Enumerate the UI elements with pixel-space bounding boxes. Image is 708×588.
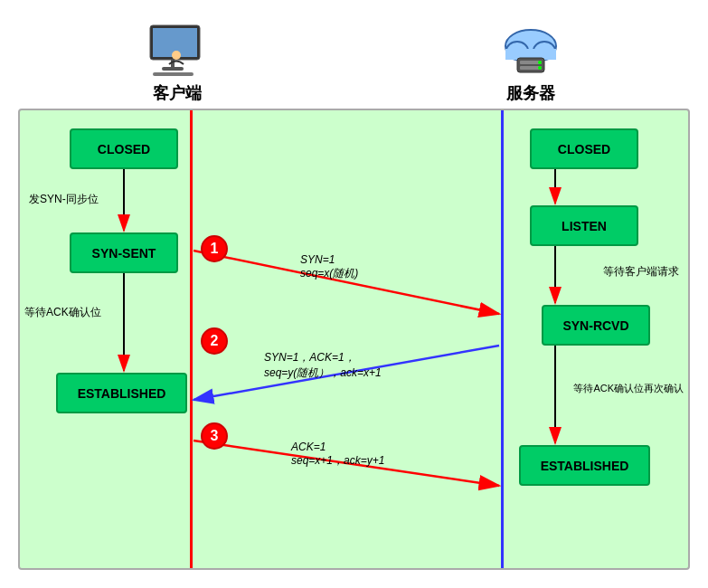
svg-point-13 <box>538 61 542 64</box>
svg-point-14 <box>538 66 542 70</box>
label-send-syn: 发SYN-同步位 <box>29 192 99 207</box>
arrow3-label: ACK=1 seq=x+1，ack=y+1 <box>291 441 384 469</box>
label-wait-ack2: 等待ACK确认位再次确认 <box>573 382 684 395</box>
server-vertical-line <box>501 110 504 568</box>
client-computer-icon <box>146 24 209 78</box>
header-area: 客户端 服务器 <box>0 0 708 109</box>
main-container: 客户端 服务器 <box>0 0 708 588</box>
label-wait-ack: 等待ACK确认位 <box>24 305 101 320</box>
client-header: 客户端 <box>146 24 209 104</box>
state-established-left: ESTABLISHED <box>56 373 187 413</box>
state-established-right: ESTABLISHED <box>519 445 650 486</box>
arrow1-label: SYN=1 seq=x(随机) <box>300 253 358 281</box>
label-wait-client: 等待客户端请求 <box>603 264 679 280</box>
svg-rect-10 <box>517 58 544 72</box>
state-closed-right: CLOSED <box>530 128 638 169</box>
svg-point-5 <box>172 51 181 60</box>
circle-3: 3 <box>201 422 228 450</box>
state-closed-left: CLOSED <box>70 128 178 169</box>
server-computer-icon <box>499 24 562 78</box>
server-label: 服务器 <box>506 82 555 104</box>
state-syn-rcvd: SYN-RCVD <box>542 305 650 346</box>
diagram-area: CLOSED SYN-SENT ESTABLISHED CLOSED LISTE… <box>18 109 690 570</box>
client-label: 客户端 <box>153 82 202 104</box>
client-vertical-line <box>190 110 193 568</box>
svg-rect-3 <box>162 67 184 71</box>
svg-rect-4 <box>153 72 194 76</box>
circle-2: 2 <box>201 327 228 355</box>
state-syn-sent: SYN-SENT <box>70 232 178 273</box>
arrow2-label: SYN=1，ACK=1， seq=y(随机），ack=x+1 <box>264 350 382 381</box>
server-header: 服务器 <box>499 24 562 104</box>
state-listen: LISTEN <box>530 205 638 246</box>
circle-1: 1 <box>201 235 228 262</box>
